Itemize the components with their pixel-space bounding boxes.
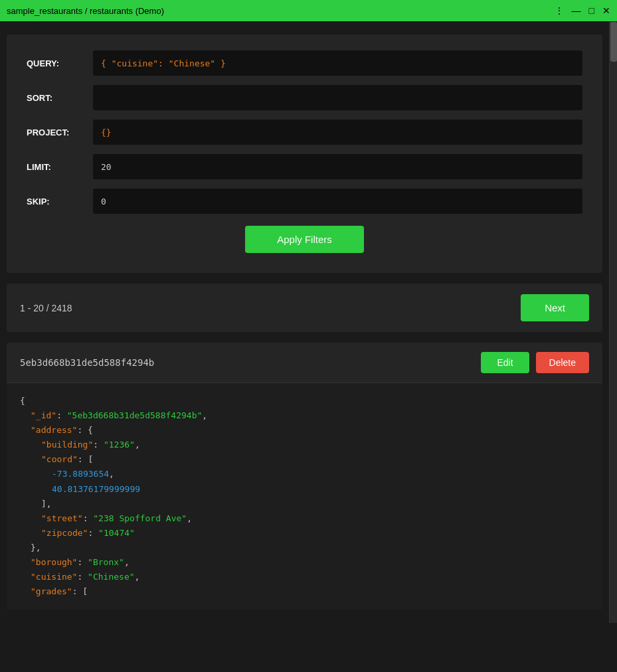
doc-actions: Edit Delete bbox=[481, 352, 589, 373]
scrollbar[interactable] bbox=[609, 21, 617, 623]
project-row: PROJECT: bbox=[27, 120, 582, 145]
scrollbar-thumb[interactable] bbox=[610, 22, 617, 62]
skip-input[interactable] bbox=[93, 189, 582, 214]
document-id: 5eb3d668b31de5d588f4294b bbox=[20, 357, 154, 368]
titlebar-title: sample_restaurants / restaurants (Demo) bbox=[7, 6, 164, 16]
pagination-info: 1 - 20 / 2418 bbox=[20, 303, 72, 313]
maximize-icon[interactable]: □ bbox=[589, 5, 594, 16]
delete-button[interactable]: Delete bbox=[536, 352, 589, 373]
main-area: QUERY: SORT: PROJECT: LIMIT: SKIP: Apply… bbox=[0, 21, 617, 623]
document-body: { "_id": "5eb3d668b31de5d588f4294b", "ad… bbox=[7, 383, 602, 610]
content-area: QUERY: SORT: PROJECT: LIMIT: SKIP: Apply… bbox=[0, 21, 609, 623]
document-panel: 5eb3d668b31de5d588f4294b Edit Delete { "… bbox=[7, 343, 602, 610]
sort-label: SORT: bbox=[27, 93, 93, 103]
limit-input[interactable] bbox=[93, 154, 582, 179]
document-header: 5eb3d668b31de5d588f4294b Edit Delete bbox=[7, 343, 602, 383]
next-button[interactable]: Next bbox=[521, 294, 589, 321]
apply-filters-button[interactable]: Apply Filters bbox=[245, 226, 364, 253]
filter-panel: QUERY: SORT: PROJECT: LIMIT: SKIP: Apply… bbox=[7, 35, 602, 273]
project-input[interactable] bbox=[93, 120, 582, 145]
skip-row: SKIP: bbox=[27, 189, 582, 214]
limit-row: LIMIT: bbox=[27, 154, 582, 179]
pagination-panel: 1 - 20 / 2418 Next bbox=[7, 284, 602, 332]
edit-button[interactable]: Edit bbox=[481, 352, 529, 373]
project-label: PROJECT: bbox=[27, 127, 93, 137]
minimize-icon[interactable]: — bbox=[572, 5, 581, 16]
sort-input[interactable] bbox=[93, 85, 582, 110]
query-input[interactable] bbox=[93, 50, 582, 76]
query-row: QUERY: bbox=[27, 50, 582, 76]
titlebar-controls: ⋮ — □ ✕ bbox=[555, 5, 610, 16]
query-label: QUERY: bbox=[27, 58, 93, 68]
menu-dots-icon[interactable]: ⋮ bbox=[555, 5, 564, 16]
sort-row: SORT: bbox=[27, 85, 582, 110]
titlebar: sample_restaurants / restaurants (Demo) … bbox=[0, 0, 617, 21]
limit-label: LIMIT: bbox=[27, 162, 93, 172]
skip-label: SKIP: bbox=[27, 197, 93, 207]
close-icon[interactable]: ✕ bbox=[602, 5, 610, 16]
